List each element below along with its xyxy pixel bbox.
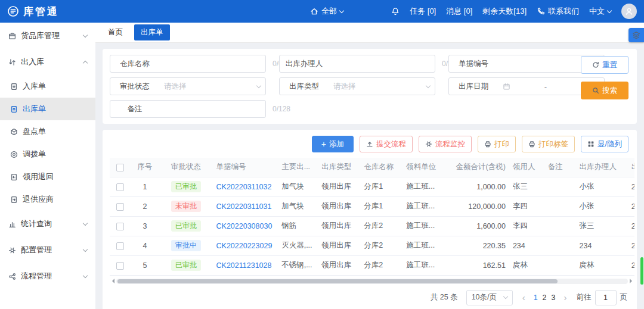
scroll-right-arrow[interactable] [630,279,634,283]
print-label: 打印 [494,139,509,149]
sidebar-group-0[interactable]: 货品库管理 [0,23,95,49]
page-size-select[interactable]: 10条/页 [466,290,513,305]
row-checkbox[interactable] [116,242,124,250]
upload-icon [366,141,373,148]
select-all-checkbox[interactable] [116,164,124,171]
floating-helper-widget[interactable] [628,28,644,42]
cell-warehouse: 分库2 [360,255,402,275]
messages-link[interactable]: 消息 [0] [446,6,472,17]
row-checkbox[interactable] [116,262,124,270]
supplier-return-icon [10,196,18,204]
warehouse_name-input[interactable] [164,60,269,68]
header-select-all [110,158,131,177]
refresh-icon [592,61,599,68]
goto-label: 前往 [577,292,592,302]
select-placeholder: 请选择 [333,82,356,92]
cell-unit: 施工班... [402,255,446,275]
sidebar-group-label: 统计查询 [21,219,52,229]
cell-unit: 施工班... [402,216,446,236]
cell-remark [544,236,576,255]
page-number-2[interactable]: 2 [543,294,547,302]
contact-us-link[interactable]: 联系我们 [537,6,579,17]
language-label: 中文 [589,6,605,17]
user-avatar[interactable] [621,4,637,19]
sidebar-group-label: 配置管理 [21,245,52,255]
outbound_type-select[interactable]: 请选择 [329,78,435,95]
next-page-arrow[interactable]: › [563,292,568,302]
chevron-down-icon [607,8,612,13]
sidebar-item[interactable]: 调拨单 [0,143,95,166]
printer-icon [528,141,535,148]
scrollbar-track[interactable] [116,279,628,284]
add-label: 添加 [329,139,344,149]
sidebar-item[interactable]: 领用退回 [0,166,95,188]
layers-icon [632,31,640,39]
row-checkbox[interactable] [116,223,124,230]
page-number-1[interactable]: 1 [534,294,538,302]
cell-doc-no: CK20220223029 [213,236,278,255]
goto-page-input[interactable] [595,290,617,305]
sidebar-group-4[interactable]: 流程管理 [0,263,95,289]
scroll-left-arrow[interactable] [110,279,114,283]
org-scope-dropdown[interactable]: 全部 [310,6,343,17]
remark-input[interactable] [164,105,269,114]
language-dropdown[interactable]: 中文 [589,6,611,17]
sidebar-item[interactable]: 出库单 [0,98,95,120]
sidebar-group-3[interactable]: 配置管理 [0,237,95,263]
search-label: 搜索 [602,86,617,96]
doc-number-link[interactable]: CK20211231028 [216,261,272,270]
status-badge: 已审批 [171,181,201,193]
sidebar-item[interactable]: 盘点单 [0,120,95,143]
print-button[interactable]: 打印 [478,136,516,152]
row-checkbox[interactable] [116,183,124,191]
tab-home[interactable]: 首页 [101,24,129,40]
tab-outbound-orders[interactable]: 出库单 [134,24,170,40]
cell-main-items: 灭火器,... [278,236,318,255]
chevron-down-icon [339,8,344,13]
search-button[interactable]: 搜索 [581,82,628,99]
sidebar-group-label: 流程管理 [21,271,52,282]
approval_status-select[interactable]: 请选择 [159,78,265,95]
reset-button[interactable]: 重置 [581,56,628,74]
sidebar-group-1[interactable]: 出入库 [0,49,95,75]
sidebar-group-2[interactable]: 统计查询 [0,211,95,237]
row-checkbox[interactable] [116,203,124,211]
return-doc-icon [10,173,18,181]
show-hide-columns-button[interactable]: 显/隐列 [581,136,628,152]
column-header: 金额合计(含税) [446,158,509,177]
flow-monitor-button[interactable]: 流程监控 [419,136,472,152]
add-button[interactable]: + 添加 [312,136,354,152]
sidebar-item[interactable]: 退供应商 [0,188,95,211]
submit-flow-button[interactable]: 提交流程 [360,136,413,152]
cell-unit: 施工班... [402,236,446,255]
filter-field-warehouse_name: 仓库名称0/64 [110,55,266,73]
pagination: 共 25 条 10条/页 ‹ 123 › 前往 页 [103,285,637,309]
topbar-right: 任务 [0] 消息 [0] 剩余天数[13] 联系我们 中文 [391,4,644,19]
filter-grid: 仓库名称0/64出库办理人0/32单据编号0/32审批状态请选择出库类型请选择出… [110,55,630,118]
sidebar-item-label: 盘点单 [23,126,46,137]
vertical-scrollbar-thumb[interactable] [640,257,643,285]
sidebar-item[interactable]: 入库单 [0,75,95,98]
cell-out-type: 领用出库 [318,216,360,236]
home-icon [310,7,318,15]
cell-date: 20 [628,196,634,216]
doc-number-link[interactable]: CK20220311032 [216,183,272,191]
filter-label: 出库办理人 [280,59,329,69]
notification-bell-icon[interactable] [391,7,400,15]
scrollbar-thumb[interactable] [117,279,558,283]
grid-icon [587,141,595,148]
outbound_handler-input[interactable] [333,60,438,68]
cell-main-items: 加气块 [278,177,318,196]
page-number-3[interactable]: 3 [552,294,556,302]
tasks-link[interactable]: 任务 [0] [410,6,436,17]
prev-page-arrow[interactable]: ‹ [521,292,527,302]
doc-number-link[interactable]: CK20220311031 [216,202,272,211]
doc-number-link[interactable]: CK20220223029 [216,242,273,250]
filter-panel: 仓库名称0/64出库办理人0/32单据编号0/32审批状态请选择出库类型请选择出… [103,49,637,124]
print-tag-button[interactable]: 打印标签 [522,136,575,152]
sidebar-group-label: 货品库管理 [21,30,60,41]
doc-number-link[interactable]: CK20220308030 [216,222,273,230]
cell-handler: 小张 [576,196,628,216]
status-badge: 审批中 [171,240,201,252]
calendar-icon [503,83,510,90]
